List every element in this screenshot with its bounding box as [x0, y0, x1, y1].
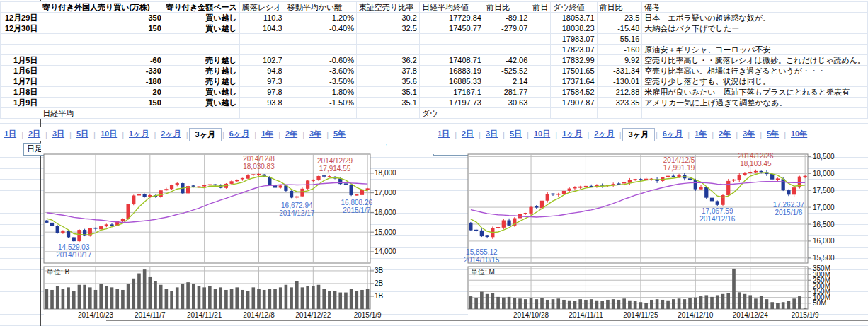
cell-foreign-trading[interactable] [40, 45, 164, 55]
dow-tab-1年[interactable]: 1年 [690, 129, 711, 139]
cell-amount-base[interactable] [164, 45, 239, 55]
cell-amount-base[interactable]: 売り越し [164, 66, 239, 76]
dow-tab-2ヶ月[interactable]: 2ヶ月 [590, 129, 618, 139]
cell-nikkei-close[interactable]: 17197.73 [419, 98, 484, 108]
dow-tab-10年[interactable]: 10年 [787, 129, 811, 139]
cell-updown-ratio[interactable]: 94.8 [239, 66, 285, 76]
column-header[interactable]: 前日比 [597, 2, 642, 13]
cell-foreign-trading[interactable]: 150 [40, 98, 164, 108]
cell-spacer[interactable] [530, 45, 551, 55]
cell-amount-base[interactable]: 買い越し [164, 87, 239, 98]
cell-date[interactable]: 1月9日 [1, 98, 40, 108]
cell-date[interactable] [1, 34, 40, 45]
cell-blank[interactable] [530, 108, 551, 119]
column-header[interactable]: 日経平均終値 [419, 2, 484, 13]
nikkei-tab-10日[interactable]: 10日 [96, 129, 121, 139]
cell-amount-base[interactable]: 買い越し [164, 98, 239, 108]
cell-updown-ratio[interactable]: 110.3 [239, 13, 285, 23]
dow-tab-10日[interactable]: 10日 [530, 129, 554, 139]
dow-tab-3日[interactable]: 3日 [481, 129, 502, 139]
cell-amount-base[interactable] [164, 34, 239, 45]
cell-remark[interactable] [642, 34, 868, 45]
cell-short-sell-ratio[interactable]: 35.6 [356, 76, 419, 87]
cell-remark[interactable]: 空売り比率高し・・騰落レシオは微妙。これだけじゃ読めん。 [642, 55, 868, 66]
cell-remark[interactable]: 原油安＋ギリシャ、ヨーロッパ不安 [642, 45, 868, 55]
cell-ma-deviation[interactable] [285, 34, 356, 45]
cell-dow-close[interactable]: 17371.64 [551, 76, 597, 87]
dow-tab-2日[interactable]: 2日 [457, 129, 478, 139]
cell-ma-deviation[interactable]: -3.50% [285, 76, 356, 87]
cell-ma-deviation[interactable]: -0.40% [285, 23, 356, 34]
cell-short-sell-ratio[interactable]: 36.2 [356, 55, 419, 66]
cell-updown-ratio[interactable]: 102.7 [239, 55, 285, 66]
nikkei-tab-3ヶ月[interactable]: 3ヶ月 [189, 128, 222, 141]
cell-spacer[interactable] [530, 87, 551, 98]
cell-nikkei-close[interactable]: 16885.33 [419, 76, 484, 87]
cell-nikkei-change[interactable]: 30.63 [484, 98, 530, 108]
cell-blank[interactable] [1, 108, 40, 119]
cell-nikkei-close[interactable]: 17729.84 [419, 13, 484, 23]
cell-dow-change[interactable]: 23.5 [597, 13, 642, 23]
nikkei-tab-2ヶ月[interactable]: 2ヶ月 [156, 129, 185, 139]
cell-short-sell-ratio[interactable]: 30.2 [356, 13, 419, 23]
nikkei-tab-2日[interactable]: 2日 [24, 129, 45, 139]
dow-tab-2年[interactable]: 2年 [714, 129, 735, 139]
nikkei-tab-1日[interactable]: 1日 [0, 129, 21, 139]
nikkei-tab-3年[interactable]: 3年 [305, 129, 326, 139]
cell-foreign-trading[interactable] [40, 34, 164, 45]
cell-date[interactable]: 1月7日 [1, 76, 40, 87]
cell-foreign-trading[interactable]: 350 [40, 13, 164, 23]
cell-blank[interactable] [356, 108, 419, 119]
cell-dow-close[interactable]: 17501.65 [551, 66, 597, 76]
cell-short-sell-ratio[interactable]: 37.8 [356, 66, 419, 76]
column-header[interactable]: 移動平均かい離 [285, 2, 356, 13]
cell-dow-change[interactable]: -130.01 [597, 76, 642, 87]
cell-nikkei-close[interactable]: 17408.71 [419, 55, 484, 66]
cell-nikkei-change[interactable]: -525.52 [484, 66, 530, 76]
nikkei-tab-2年[interactable]: 2年 [281, 129, 302, 139]
cell-foreign-trading[interactable]: 150 [40, 23, 164, 34]
cell-date[interactable]: 12月30日 [1, 23, 40, 34]
cell-short-sell-ratio[interactable]: 35.1 [356, 98, 419, 108]
column-header[interactable]: 東証空売り比率 [356, 2, 419, 13]
column-header[interactable]: ダウ終値 [551, 2, 597, 13]
cell-blank[interactable] [285, 108, 356, 119]
cell-date[interactable]: 1月8日 [1, 87, 40, 98]
cell-remark[interactable]: 大納会はバク下げでしたー [642, 23, 868, 34]
cell-dow-change[interactable]: 9.92 [597, 55, 642, 66]
cell-blank[interactable] [239, 108, 285, 119]
dow-tab-1ヶ月[interactable]: 1ヶ月 [558, 129, 586, 139]
cell-dow-change[interactable]: -331.34 [597, 66, 642, 76]
cell-nikkei-change[interactable]: 281.77 [484, 87, 530, 98]
cell-short-sell-ratio[interactable] [356, 34, 419, 45]
cell-amount-base[interactable]: 買い越し [164, 23, 239, 34]
cell-spacer[interactable] [530, 13, 551, 23]
cell-ma-deviation[interactable]: -0.60% [285, 55, 356, 66]
dow-tab-6ヶ月[interactable]: 6ヶ月 [658, 129, 687, 139]
dow-tab-5年[interactable]: 5年 [763, 129, 783, 139]
cell-nikkei-close[interactable] [419, 45, 484, 55]
cell-nikkei-close[interactable]: 16883.19 [419, 66, 484, 76]
cell-nikkei-change[interactable] [484, 34, 530, 45]
cell-dow-change[interactable]: 212.88 [597, 87, 642, 98]
cell-blank[interactable] [551, 108, 597, 119]
dow-tab-1日[interactable]: 1日 [433, 129, 454, 139]
cell-dow-close[interactable]: 17832.99 [551, 55, 597, 66]
cell-blank[interactable] [642, 108, 868, 119]
nikkei-tab-3日[interactable]: 3日 [48, 129, 69, 139]
cell-nikkei-change[interactable]: -89.12 [484, 13, 530, 23]
cell-spacer[interactable] [530, 66, 551, 76]
cell-short-sell-ratio[interactable]: 32.5 [356, 23, 419, 34]
cell-updown-ratio[interactable] [239, 34, 285, 45]
cell-remark[interactable]: 米雇用が良いみたい 原油下落もプラスにとれると発表有 [642, 87, 868, 98]
cell-dow-close[interactable]: 17907.87 [551, 98, 597, 108]
cell-ma-deviation[interactable]: -3.60% [285, 66, 356, 76]
column-header[interactable]: 寄り付き外国人売り買い(万株) [40, 2, 164, 13]
cell-ma-deviation[interactable]: -1.50% [285, 98, 356, 108]
cell-spacer[interactable] [530, 76, 551, 87]
nikkei-tab-1ヶ月[interactable]: 1ヶ月 [125, 129, 153, 139]
cell-dow-change[interactable]: -160 [597, 45, 642, 55]
cell-remark[interactable]: 日本 エボラ疑いの超迷惑な奴が。 [642, 13, 868, 23]
cell-updown-ratio[interactable]: 97.3 [239, 76, 285, 87]
cell-blank[interactable] [164, 108, 239, 119]
